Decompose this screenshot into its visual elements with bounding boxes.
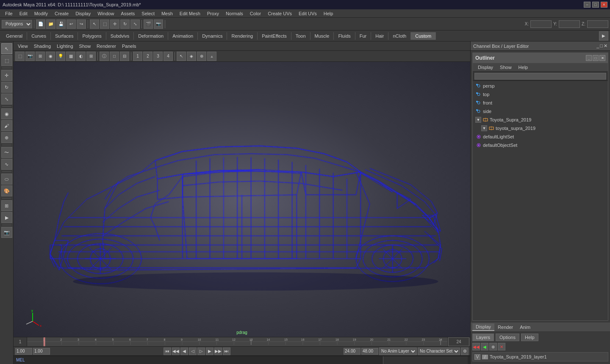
layer-btn[interactable]: ⊞: [1, 200, 12, 211]
tab-options-button[interactable]: ▶: [599, 31, 608, 41]
tab-dynamics[interactable]: Dynamics: [198, 32, 227, 40]
tab-custom[interactable]: Custom: [411, 32, 436, 40]
viewport-menu-show[interactable]: Show: [77, 43, 94, 50]
pb-play-forward[interactable]: ▷: [197, 347, 205, 355]
rp-maximize[interactable]: □: [600, 43, 603, 49]
toolbar-rotate[interactable]: ↻: [120, 19, 130, 29]
rp-minimize[interactable]: _: [596, 43, 599, 49]
soft-modify-btn[interactable]: ◉: [1, 108, 12, 119]
vp-connect[interactable]: ⟁: [207, 52, 216, 61]
outliner-max[interactable]: □: [593, 55, 599, 61]
tab-deformation[interactable]: Deformation: [134, 32, 168, 40]
vp-ortho[interactable]: ⊕: [197, 52, 206, 61]
pb-go-to-start[interactable]: ⏮: [164, 347, 171, 355]
x-input[interactable]: [530, 20, 552, 28]
menu-assets[interactable]: Assets: [117, 10, 138, 17]
maximize-button[interactable]: □: [592, 2, 599, 8]
expand-supra-mesh[interactable]: ▼: [481, 125, 487, 131]
outliner-item-supra-group[interactable]: ▼ Toyota_Supra_2019: [474, 116, 607, 124]
tab-surfaces[interactable]: Surfaces: [51, 32, 78, 40]
viewport-menu-lighting[interactable]: Lighting: [54, 43, 76, 50]
layer-action-4[interactable]: ✕: [498, 343, 505, 350]
timeline-ruler[interactable]: 1 2 3 4 5 6 7: [27, 337, 447, 347]
pb-step-back[interactable]: ◀: [180, 347, 188, 355]
vp-camera[interactable]: 📷: [25, 52, 35, 61]
vp-ao[interactable]: ◐: [76, 52, 86, 61]
menu-color[interactable]: Color: [247, 10, 264, 17]
toolbar-undo[interactable]: ↩: [67, 19, 76, 29]
tab-toon[interactable]: Toon: [291, 32, 311, 40]
toolbar-new-scene[interactable]: 📄: [36, 19, 45, 29]
cb-tab-render[interactable]: Render: [494, 324, 516, 331]
menu-edit-uvs[interactable]: Edit UVs: [295, 10, 320, 17]
outliner-item-persp[interactable]: persp: [474, 82, 607, 90]
pb-options[interactable]: ⚙: [461, 347, 469, 355]
menu-modify[interactable]: Modify: [31, 10, 51, 17]
tab-painteffects[interactable]: PaintEffects: [258, 32, 291, 40]
viewport-menu-panels[interactable]: Panels: [119, 43, 139, 50]
layer-tab-layers[interactable]: Layers: [472, 334, 494, 341]
playback-end-time[interactable]: [344, 348, 360, 355]
outliner-menu-show[interactable]: Show: [496, 64, 515, 71]
vp-shadow[interactable]: ▦: [66, 52, 75, 61]
pb-play-back[interactable]: ◁: [189, 347, 197, 355]
layer-tab-help[interactable]: Help: [521, 334, 538, 341]
ep-curve-btn[interactable]: ∿: [1, 159, 12, 170]
command-input[interactable]: [27, 358, 383, 362]
menu-create-uvs[interactable]: Create UVs: [264, 10, 295, 17]
tab-subdivs[interactable]: Subdvivs: [106, 32, 134, 40]
pb-step-fwd-frame[interactable]: ▶▶: [214, 347, 222, 355]
vp-smooth[interactable]: ◉: [46, 52, 55, 61]
paint-select-btn[interactable]: ⬚: [1, 55, 12, 66]
pb-step-forward[interactable]: ▶: [206, 347, 214, 355]
select-tool-btn[interactable]: ↖: [1, 43, 12, 54]
pb-go-to-end[interactable]: ⏭: [223, 347, 230, 355]
character-set-select[interactable]: No Character Set: [418, 347, 460, 355]
cb-tab-anim[interactable]: Anim: [516, 324, 534, 331]
layer-item-supra[interactable]: V / Toyota_Supra_2019_layer1: [472, 352, 608, 361]
tab-polygons[interactable]: Polygons: [78, 32, 106, 40]
layer-tab-options[interactable]: Options: [496, 334, 519, 341]
vp-cursor[interactable]: ↖: [177, 52, 186, 61]
camera-btn[interactable]: 📷: [1, 227, 12, 238]
menu-create[interactable]: Create: [51, 10, 72, 17]
vp-hud[interactable]: ⓘ: [100, 52, 109, 61]
playback-start-time[interactable]: [15, 348, 32, 355]
outliner-item-supra-mesh[interactable]: ▼ toyota_supra_2019: [474, 124, 607, 132]
toolbar-save[interactable]: 💾: [56, 19, 66, 29]
render-btn[interactable]: ▶: [1, 212, 12, 223]
tab-hair[interactable]: Hair: [371, 32, 388, 40]
rotate-tool-btn[interactable]: ↻: [1, 82, 12, 93]
layer-action-2[interactable]: ◀: [481, 343, 488, 350]
vp-hi-qual[interactable]: 3: [153, 52, 163, 61]
toolbar-render[interactable]: 🎬: [144, 19, 153, 29]
close-button[interactable]: ✕: [601, 2, 607, 8]
tab-fluids[interactable]: Fluids: [334, 32, 355, 40]
menu-window[interactable]: Window: [94, 10, 117, 17]
sculpt-btn[interactable]: 🖌: [1, 120, 12, 131]
curve-tool-btn[interactable]: 〜: [1, 147, 12, 158]
menu-mesh[interactable]: Mesh: [158, 10, 176, 17]
menu-normals[interactable]: Normals: [222, 10, 247, 17]
vp-med-qual[interactable]: 2: [143, 52, 152, 61]
layer-action-1[interactable]: ◀◀: [472, 343, 480, 350]
layer-type-indicator[interactable]: /: [482, 355, 488, 359]
playback-current-time[interactable]: [33, 348, 50, 355]
outliner-min[interactable]: _: [586, 55, 592, 61]
outliner-close[interactable]: ✕: [599, 55, 605, 61]
tab-curves[interactable]: Curves: [27, 32, 51, 40]
toolbar-lasso[interactable]: ⬚: [100, 19, 109, 29]
toolbar-open[interactable]: 📁: [46, 19, 55, 29]
y-input[interactable]: [559, 20, 580, 28]
playback-total-time[interactable]: [361, 348, 378, 355]
show-manip-btn[interactable]: ⊕: [1, 132, 12, 143]
outliner-item-side[interactable]: side: [474, 107, 607, 116]
toolbar-select[interactable]: ↖: [90, 19, 99, 29]
viewport-menu-view[interactable]: View: [15, 43, 30, 50]
paint-btn[interactable]: 🎨: [1, 185, 12, 196]
outliner-menu-display[interactable]: Display: [474, 64, 496, 71]
mode-select[interactable]: Polygons: [2, 20, 32, 28]
menu-proxy[interactable]: Proxy: [204, 10, 222, 17]
script-mode-label[interactable]: MEL: [16, 358, 25, 362]
move-tool-btn[interactable]: ✛: [1, 70, 12, 81]
